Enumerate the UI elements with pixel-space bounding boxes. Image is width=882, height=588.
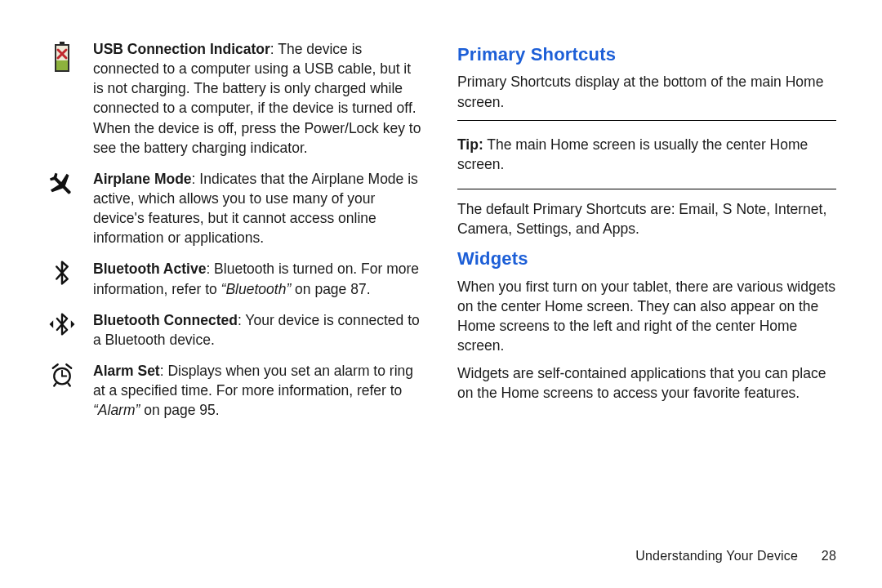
battery-x-icon: [46, 39, 78, 74]
indicator-desc: Alarm Set: Displays when you set an alar…: [93, 361, 425, 420]
alarm-icon: [46, 361, 78, 387]
term-text-post: on page 95.: [140, 402, 219, 418]
two-column-layout: USB Connection Indicator: The device is …: [46, 39, 836, 523]
term-text-ital: “Alarm”: [93, 402, 140, 418]
heading-widgets: Widgets: [457, 247, 836, 271]
term-label: Bluetooth Connected: [93, 312, 238, 328]
term-label: Airplane Mode: [93, 171, 192, 187]
indicator-desc: Bluetooth Active: Bluetooth is turned on…: [93, 259, 425, 298]
term-text: : The device is connected to a computer …: [93, 41, 421, 156]
svg-rect-0: [60, 42, 65, 44]
indicator-item-bluetooth-connected: Bluetooth Connected: Your device is conn…: [46, 310, 425, 350]
indicator-item-usb: USB Connection Indicator: The device is …: [46, 39, 425, 158]
page-number: 28: [822, 547, 836, 565]
bluetooth-icon: [46, 259, 78, 285]
widgets-paragraph-1: When you first turn on your tablet, ther…: [457, 277, 836, 356]
primary-shortcuts-defaults: The default Primary Shortcuts are: Email…: [457, 199, 836, 238]
tip-label: Tip:: [457, 136, 483, 153]
widgets-paragraph-2: Widgets are self-contained applications …: [457, 363, 836, 403]
tip-line: Tip: The main Home screen is usually the…: [457, 135, 836, 174]
term-text-post: on page 87.: [291, 281, 370, 297]
indicator-item-airplane: Airplane Mode: Indicates that the Airpla…: [46, 169, 425, 248]
indicator-item-bluetooth: Bluetooth Active: Bluetooth is turned on…: [46, 259, 425, 298]
right-column: Primary Shortcuts Primary Shortcuts disp…: [457, 39, 836, 523]
divider-bottom: [457, 189, 836, 189]
svg-line-6: [54, 383, 56, 385]
airplane-icon: [46, 169, 78, 195]
indicator-desc: USB Connection Indicator: The device is …: [93, 39, 425, 158]
indicator-desc: Airplane Mode: Indicates that the Airpla…: [93, 169, 425, 248]
indicator-item-alarm: Alarm Set: Displays when you set an alar…: [46, 361, 425, 420]
term-label: Alarm Set: [93, 363, 160, 379]
term-label: Bluetooth Active: [93, 261, 206, 277]
term-label: USB Connection Indicator: [93, 41, 270, 57]
indicator-desc: Bluetooth Connected: Your device is conn…: [93, 310, 425, 350]
footer-section-title: Understanding Your Device: [635, 549, 798, 563]
page-footer: Understanding Your Device 28: [635, 547, 836, 565]
divider-top: [457, 120, 836, 121]
manual-page: USB Connection Indicator: The device is …: [0, 0, 882, 588]
primary-shortcuts-intro: Primary Shortcuts display at the bottom …: [457, 72, 836, 111]
term-text-ital: “Bluetooth”: [221, 281, 292, 297]
heading-primary-shortcuts: Primary Shortcuts: [457, 42, 836, 67]
svg-line-7: [69, 383, 70, 385]
left-column: USB Connection Indicator: The device is …: [46, 39, 425, 523]
bluetooth-connected-icon: [46, 310, 78, 336]
tip-text: The main Home screen is usually the cent…: [457, 136, 808, 172]
